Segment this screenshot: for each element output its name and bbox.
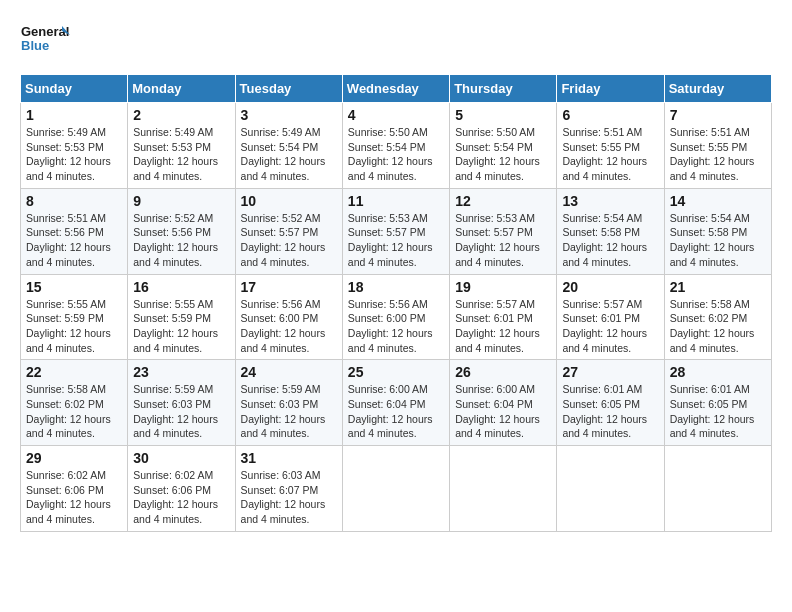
calendar-day-cell: 2 Sunrise: 5:49 AM Sunset: 5:53 PM Dayli… [128,103,235,189]
day-number: 24 [241,364,337,380]
day-info: Sunrise: 5:54 AM Sunset: 5:58 PM Dayligh… [562,211,658,270]
day-info: Sunrise: 5:52 AM Sunset: 5:56 PM Dayligh… [133,211,229,270]
calendar-day-cell: 30 Sunrise: 6:02 AM Sunset: 6:06 PM Dayl… [128,446,235,532]
day-info: Sunrise: 5:50 AM Sunset: 5:54 PM Dayligh… [455,125,551,184]
calendar-week-row: 15 Sunrise: 5:55 AM Sunset: 5:59 PM Dayl… [21,274,772,360]
day-of-week-header: Friday [557,75,664,103]
day-info: Sunrise: 5:58 AM Sunset: 6:02 PM Dayligh… [670,297,766,356]
calendar-day-cell: 15 Sunrise: 5:55 AM Sunset: 5:59 PM Dayl… [21,274,128,360]
page-header: General Blue [20,20,772,64]
day-number: 5 [455,107,551,123]
calendar-day-cell: 18 Sunrise: 5:56 AM Sunset: 6:00 PM Dayl… [342,274,449,360]
day-info: Sunrise: 5:49 AM Sunset: 5:53 PM Dayligh… [133,125,229,184]
day-number: 8 [26,193,122,209]
calendar-day-cell: 26 Sunrise: 6:00 AM Sunset: 6:04 PM Dayl… [450,360,557,446]
calendar-day-cell: 27 Sunrise: 6:01 AM Sunset: 6:05 PM Dayl… [557,360,664,446]
calendar-day-cell [450,446,557,532]
calendar-day-cell: 14 Sunrise: 5:54 AM Sunset: 5:58 PM Dayl… [664,188,771,274]
day-number: 1 [26,107,122,123]
calendar-day-cell: 29 Sunrise: 6:02 AM Sunset: 6:06 PM Dayl… [21,446,128,532]
day-info: Sunrise: 5:56 AM Sunset: 6:00 PM Dayligh… [348,297,444,356]
calendar-day-cell: 25 Sunrise: 6:00 AM Sunset: 6:04 PM Dayl… [342,360,449,446]
calendar-day-cell: 10 Sunrise: 5:52 AM Sunset: 5:57 PM Dayl… [235,188,342,274]
calendar-body: 1 Sunrise: 5:49 AM Sunset: 5:53 PM Dayli… [21,103,772,532]
calendar-day-cell: 23 Sunrise: 5:59 AM Sunset: 6:03 PM Dayl… [128,360,235,446]
day-number: 17 [241,279,337,295]
day-info: Sunrise: 6:01 AM Sunset: 6:05 PM Dayligh… [562,382,658,441]
day-info: Sunrise: 5:53 AM Sunset: 5:57 PM Dayligh… [455,211,551,270]
day-info: Sunrise: 5:51 AM Sunset: 5:55 PM Dayligh… [562,125,658,184]
svg-text:Blue: Blue [21,38,49,53]
calendar-day-cell [664,446,771,532]
day-number: 29 [26,450,122,466]
day-info: Sunrise: 5:53 AM Sunset: 5:57 PM Dayligh… [348,211,444,270]
day-number: 2 [133,107,229,123]
day-number: 20 [562,279,658,295]
day-of-week-header: Saturday [664,75,771,103]
day-info: Sunrise: 5:51 AM Sunset: 5:55 PM Dayligh… [670,125,766,184]
logo-svg: General Blue [20,20,70,64]
day-number: 30 [133,450,229,466]
calendar-day-cell: 16 Sunrise: 5:55 AM Sunset: 5:59 PM Dayl… [128,274,235,360]
day-number: 26 [455,364,551,380]
day-info: Sunrise: 6:00 AM Sunset: 6:04 PM Dayligh… [348,382,444,441]
day-number: 13 [562,193,658,209]
calendar-day-cell: 19 Sunrise: 5:57 AM Sunset: 6:01 PM Dayl… [450,274,557,360]
calendar-day-cell: 11 Sunrise: 5:53 AM Sunset: 5:57 PM Dayl… [342,188,449,274]
calendar-day-cell [557,446,664,532]
day-number: 10 [241,193,337,209]
day-info: Sunrise: 6:00 AM Sunset: 6:04 PM Dayligh… [455,382,551,441]
calendar-day-cell: 4 Sunrise: 5:50 AM Sunset: 5:54 PM Dayli… [342,103,449,189]
day-info: Sunrise: 6:01 AM Sunset: 6:05 PM Dayligh… [670,382,766,441]
day-number: 15 [26,279,122,295]
day-number: 4 [348,107,444,123]
day-number: 27 [562,364,658,380]
day-info: Sunrise: 5:49 AM Sunset: 5:53 PM Dayligh… [26,125,122,184]
logo: General Blue [20,20,70,64]
day-info: Sunrise: 5:52 AM Sunset: 5:57 PM Dayligh… [241,211,337,270]
day-of-week-header: Monday [128,75,235,103]
day-number: 31 [241,450,337,466]
day-number: 21 [670,279,766,295]
calendar-day-cell: 7 Sunrise: 5:51 AM Sunset: 5:55 PM Dayli… [664,103,771,189]
calendar-day-cell: 12 Sunrise: 5:53 AM Sunset: 5:57 PM Dayl… [450,188,557,274]
calendar-day-cell: 9 Sunrise: 5:52 AM Sunset: 5:56 PM Dayli… [128,188,235,274]
day-number: 23 [133,364,229,380]
day-info: Sunrise: 5:49 AM Sunset: 5:54 PM Dayligh… [241,125,337,184]
day-info: Sunrise: 6:03 AM Sunset: 6:07 PM Dayligh… [241,468,337,527]
calendar-day-cell: 28 Sunrise: 6:01 AM Sunset: 6:05 PM Dayl… [664,360,771,446]
day-info: Sunrise: 5:56 AM Sunset: 6:00 PM Dayligh… [241,297,337,356]
calendar-day-cell: 31 Sunrise: 6:03 AM Sunset: 6:07 PM Dayl… [235,446,342,532]
calendar-day-cell: 6 Sunrise: 5:51 AM Sunset: 5:55 PM Dayli… [557,103,664,189]
day-of-week-header: Wednesday [342,75,449,103]
day-of-week-header: Tuesday [235,75,342,103]
calendar-week-row: 8 Sunrise: 5:51 AM Sunset: 5:56 PM Dayli… [21,188,772,274]
day-number: 9 [133,193,229,209]
day-info: Sunrise: 5:59 AM Sunset: 6:03 PM Dayligh… [133,382,229,441]
calendar-day-cell: 22 Sunrise: 5:58 AM Sunset: 6:02 PM Dayl… [21,360,128,446]
day-number: 7 [670,107,766,123]
calendar-day-cell: 24 Sunrise: 5:59 AM Sunset: 6:03 PM Dayl… [235,360,342,446]
day-info: Sunrise: 5:55 AM Sunset: 5:59 PM Dayligh… [133,297,229,356]
day-number: 16 [133,279,229,295]
calendar-day-cell: 21 Sunrise: 5:58 AM Sunset: 6:02 PM Dayl… [664,274,771,360]
calendar-day-cell: 17 Sunrise: 5:56 AM Sunset: 6:00 PM Dayl… [235,274,342,360]
calendar-table: SundayMondayTuesdayWednesdayThursdayFrid… [20,74,772,532]
day-info: Sunrise: 5:51 AM Sunset: 5:56 PM Dayligh… [26,211,122,270]
calendar-day-cell: 20 Sunrise: 5:57 AM Sunset: 6:01 PM Dayl… [557,274,664,360]
calendar-day-cell [342,446,449,532]
day-number: 12 [455,193,551,209]
day-info: Sunrise: 6:02 AM Sunset: 6:06 PM Dayligh… [26,468,122,527]
day-of-week-header: Sunday [21,75,128,103]
calendar-header-row: SundayMondayTuesdayWednesdayThursdayFrid… [21,75,772,103]
day-number: 28 [670,364,766,380]
day-info: Sunrise: 5:57 AM Sunset: 6:01 PM Dayligh… [455,297,551,356]
day-info: Sunrise: 5:55 AM Sunset: 5:59 PM Dayligh… [26,297,122,356]
day-info: Sunrise: 6:02 AM Sunset: 6:06 PM Dayligh… [133,468,229,527]
calendar-day-cell: 1 Sunrise: 5:49 AM Sunset: 5:53 PM Dayli… [21,103,128,189]
calendar-week-row: 1 Sunrise: 5:49 AM Sunset: 5:53 PM Dayli… [21,103,772,189]
day-number: 19 [455,279,551,295]
calendar-week-row: 22 Sunrise: 5:58 AM Sunset: 6:02 PM Dayl… [21,360,772,446]
day-of-week-header: Thursday [450,75,557,103]
calendar-day-cell: 5 Sunrise: 5:50 AM Sunset: 5:54 PM Dayli… [450,103,557,189]
